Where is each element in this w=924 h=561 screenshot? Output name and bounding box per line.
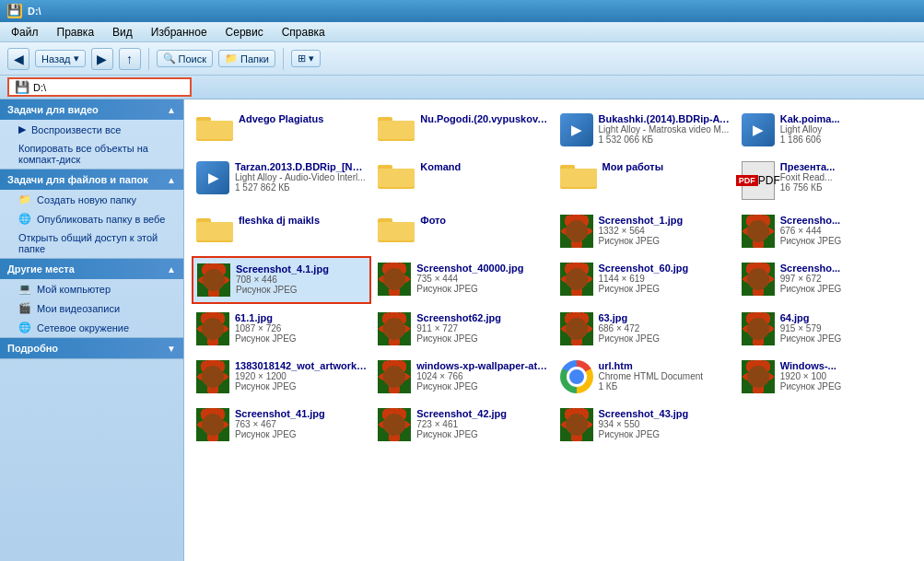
menu-bar: ФайлПравкаВидИзбранноеСервисСправка — [0, 22, 924, 42]
file-item-url[interactable]: url.htm Chrome HTML Document 1 КБ — [556, 354, 735, 400]
file-item-tarzan[interactable]: ▶ Tarzan.2013.D.BDRip_[New-T... Light Al… — [192, 155, 371, 206]
file-name: Screenshot_42.jpg — [416, 408, 548, 419]
sidebar-header-places[interactable]: Другие места ▲ — [0, 259, 183, 279]
file-type: Рисунок JPEG — [416, 333, 548, 344]
back-label-button[interactable]: Назад ▾ — [35, 50, 86, 67]
drive-icon: 💾 — [15, 80, 29, 94]
search-button[interactable]: 🔍 Поиск — [157, 50, 213, 67]
folders-icon: 📁 — [225, 53, 238, 64]
file-area[interactable]: Advego Plagiatus Nu.Pogodi.(20.vypuskov.… — [184, 99, 924, 561]
folder-icon — [196, 113, 233, 143]
file-item-screenshot-partial2[interactable]: Screensho... 997 × 672 Рисунок JPEG — [737, 256, 917, 304]
file-type: Рисунок JPEG — [416, 284, 548, 294]
image-thumbnail — [560, 408, 593, 441]
video-icon: ▶ — [742, 113, 775, 146]
sidebar-item-myvideos[interactable]: 🎬 Мои видеозаписи — [0, 298, 183, 318]
svg-rect-14 — [196, 222, 233, 240]
file-item-screenshot43[interactable]: Screenshot_43.jpg 934 × 550 Рисунок JPEG — [556, 402, 735, 448]
file-item-64[interactable]: 64.jpg 915 × 579 Рисунок JPEG — [737, 306, 917, 352]
file-name: Фото — [420, 215, 548, 226]
sidebar-header-video[interactable]: Задачи для видео ▲ — [0, 99, 183, 120]
file-item-63[interactable]: 63.jpg 686 × 472 Рисунок JPEG — [556, 306, 735, 352]
file-item-prezenta[interactable]: PDF Презента... Foxit Read... 16 756 КБ — [737, 155, 917, 206]
file-item-komand[interactable]: Komand — [373, 155, 553, 206]
menu-item-справка[interactable]: Справка — [278, 25, 329, 40]
file-meta: 1332 × 564 — [599, 226, 731, 236]
file-item-foto[interactable]: Фото — [373, 208, 553, 254]
file-item-screenshot-small[interactable]: Screensho... 676 × 444 Рисунок JPEG — [737, 208, 917, 254]
views-button[interactable]: ⊞ ▾ — [291, 50, 321, 67]
file-item-bukashki[interactable]: ▶ Bukashki.(2014).BDRip-AVC.m... Light A… — [556, 107, 735, 153]
svg-rect-8 — [378, 169, 415, 187]
address-input[interactable]: 💾 D:\ — [7, 77, 192, 97]
file-item-advego[interactable]: Advego Plagiatus — [192, 107, 371, 153]
image-thumbnail — [742, 263, 775, 296]
menu-item-сервис[interactable]: Сервис — [222, 25, 267, 40]
image-thumbnail — [196, 360, 229, 393]
file-name: Screenshot_43.jpg — [599, 408, 731, 419]
sidebar-item-publish[interactable]: 🌐 Опубликовать папку в вебе — [0, 209, 183, 228]
file-name: 1383018142_wot_artwork_chi... — [235, 360, 367, 371]
file-type: Рисунок JPEG — [599, 236, 731, 246]
sidebar-item-share[interactable]: Открыть общий доступ к этой папке — [0, 228, 183, 258]
file-item-screenshot41b[interactable]: Screenshot_41.jpg 763 × 467 Рисунок JPEG — [192, 402, 371, 448]
file-type: Рисунок JPEG — [780, 381, 912, 392]
folder-icon — [378, 161, 415, 191]
folders-button[interactable]: 📁 Папки — [218, 50, 275, 67]
menu-item-избранное[interactable]: Избранное — [147, 25, 211, 40]
file-item-winxp[interactable]: windows-xp-wallpaper-at-102.... 1024 × 7… — [373, 354, 553, 400]
file-item-screenshot60[interactable]: Screenshot_60.jpg 1144 × 619 Рисунок JPE… — [556, 256, 735, 304]
file-grid: Advego Plagiatus Nu.Pogodi.(20.vypuskov.… — [192, 107, 917, 448]
file-name: fleshka dj maikls — [239, 215, 367, 226]
file-name: url.htm — [599, 360, 731, 371]
file-item-moiraboty[interactable]: Мои работы — [556, 155, 735, 206]
sidebar-item-new-folder[interactable]: 📁 Создать новую папку — [0, 190, 183, 209]
menu-item-правка[interactable]: Правка — [53, 25, 99, 40]
file-item-screenshot41[interactable]: Screenshot_4.1.jpg 708 × 446 Рисунок JPE… — [192, 256, 371, 304]
file-item-screenshot1[interactable]: Screenshot_1.jpg 1332 × 564 Рисунок JPEG — [556, 208, 735, 254]
file-item-nugodi[interactable]: Nu.Pogodi.(20.vypuskov.+22).... — [373, 107, 553, 153]
file-meta: 723 × 461 — [416, 419, 548, 429]
menu-item-файл[interactable]: Файл — [7, 25, 42, 40]
file-meta: 1087 × 726 — [235, 323, 367, 333]
file-type: Рисунок JPEG — [780, 333, 912, 344]
file-size: 1 КБ — [599, 381, 731, 392]
file-meta: Light Alloy - Audio-Video Interl... — [235, 172, 367, 182]
file-item-windows[interactable]: Windows-... 1920 × 100 Рисунок JPEG — [737, 354, 917, 400]
up-button[interactable]: ↑ — [119, 48, 141, 70]
file-item-screenshot42[interactable]: Screenshot_42.jpg 723 × 461 Рисунок JPEG — [373, 402, 553, 448]
sidebar-header-files[interactable]: Задачи для файлов и папок ▲ — [0, 169, 183, 190]
file-item-wot[interactable]: 1383018142_wot_artwork_chi... 1920 × 120… — [192, 354, 371, 400]
sidebar-item-mycomputer[interactable]: 💻 Мой компьютер — [0, 279, 183, 298]
file-name: Kak.poima... — [780, 113, 912, 124]
file-item-kakpoima[interactable]: ▶ Kak.poima... Light Alloy 1 186 606 — [737, 107, 917, 153]
file-item-screenshot62[interactable]: Screenshot62.jpg 911 × 727 Рисунок JPEG — [373, 306, 553, 352]
menu-item-вид[interactable]: Вид — [109, 25, 136, 40]
file-meta: 915 × 579 — [780, 323, 912, 333]
file-item-61[interactable]: 61.1.jpg 1087 × 726 Рисунок JPEG — [192, 306, 371, 352]
file-item-screenshot40000[interactable]: Screenshot_40000.jpg 735 × 444 Рисунок J… — [373, 256, 553, 304]
file-name: windows-xp-wallpaper-at-102.... — [416, 360, 548, 371]
file-type: Рисунок JPEG — [599, 333, 731, 344]
file-item-fleshka[interactable]: fleshka dj maikls — [192, 208, 371, 254]
network-label: Сетевое окружение — [37, 322, 129, 333]
sidebar-header-details[interactable]: Подробно ▼ — [0, 338, 183, 358]
file-type: Рисунок JPEG — [235, 381, 367, 392]
back-button[interactable]: ◀ — [7, 48, 29, 70]
myvideos-icon: 🎬 — [18, 302, 31, 314]
svg-rect-2 — [196, 121, 233, 139]
sidebar-item-network[interactable]: 🌐 Сетевое окружение — [0, 318, 183, 337]
file-type: Рисунок JPEG — [235, 333, 367, 344]
file-name: Windows-... — [780, 360, 912, 371]
back-dropdown-icon: ▾ — [74, 53, 79, 64]
sidebar-item-copy-disc[interactable]: Копировать все объекты на компакт-диск — [0, 139, 183, 169]
video-icon: ▶ — [560, 113, 593, 146]
sidebar-section-places: Другие места ▲ 💻 Мой компьютер 🎬 Мои вид… — [0, 259, 183, 338]
separator-2 — [283, 48, 284, 70]
sidebar-item-play-all[interactable]: ▶ Воспроизвести все — [0, 120, 183, 139]
share-label: Открыть общий доступ к этой папке — [18, 232, 158, 254]
file-meta: Light Alloy — [780, 124, 912, 134]
forward-button[interactable]: ▶ — [91, 48, 113, 70]
file-meta: Chrome HTML Document — [599, 371, 731, 381]
sidebar-video-chevron: ▲ — [167, 105, 176, 115]
